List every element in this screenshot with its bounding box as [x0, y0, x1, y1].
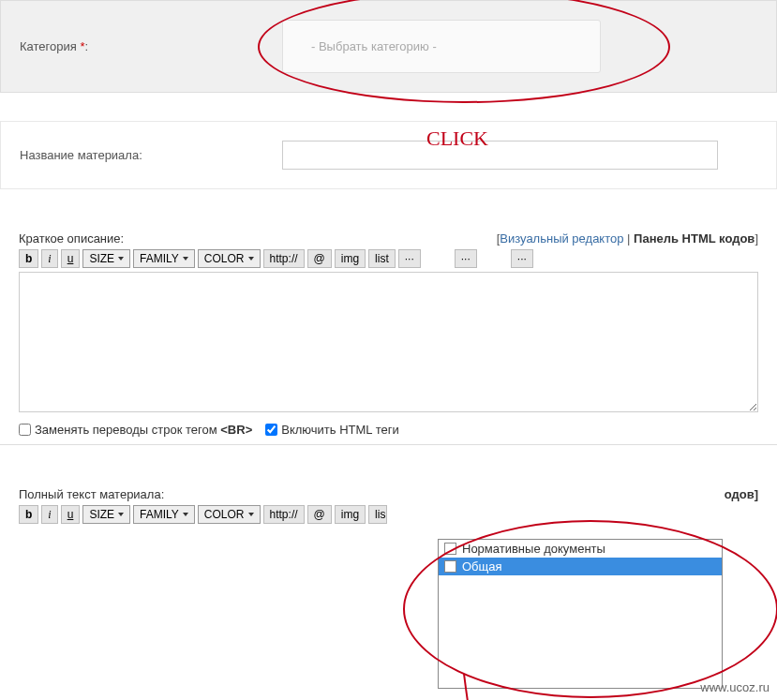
popup-item[interactable]: Нормативные документы [439, 540, 722, 558]
short-desc-textarea[interactable] [19, 272, 758, 412]
checkbox-icon [444, 560, 456, 573]
more-button-3[interactable]: ··· [511, 249, 533, 268]
br-replace-label: Заменять переводы строк тегом <BR> [35, 423, 252, 437]
html-tags-checkbox[interactable] [265, 424, 277, 436]
email-button[interactable]: @ [307, 249, 332, 268]
category-popup: Нормативные документы Общая [438, 539, 723, 689]
category-placeholder: - Выбрать категорию - [311, 39, 437, 53]
full-text-header: Полный текст материала: одов] [0, 487, 777, 501]
category-select[interactable]: - Выбрать категорию - [282, 20, 601, 73]
visual-editor-link[interactable]: Визуальный редактор [500, 231, 623, 246]
bold-button[interactable]: b [19, 505, 38, 524]
link-button[interactable]: http:// [263, 505, 305, 524]
spacer [0, 93, 777, 121]
material-name-label: Название материала: [20, 148, 282, 162]
checkbox-icon [444, 543, 456, 555]
html-tags-label: Включить HTML теги [281, 423, 399, 437]
more-button[interactable]: ··· [398, 249, 421, 268]
list-button[interactable]: list [368, 249, 396, 268]
chevron-down-icon [118, 257, 124, 261]
editor-mode-switch: [Визуальный редактор | Панель HTML кодов… [497, 231, 758, 246]
watermark: www.ucoz.ru [700, 680, 770, 694]
email-button[interactable]: @ [307, 505, 332, 524]
short-desc-label: Краткое описание: [19, 231, 124, 246]
material-name-row: Название материала: [0, 121, 777, 189]
bold-button[interactable]: b [19, 249, 38, 268]
more-button-2[interactable]: ··· [455, 249, 477, 268]
material-name-input[interactable] [282, 141, 718, 170]
italic-button[interactable]: i [41, 249, 57, 268]
br-replace-checkbox[interactable] [19, 424, 31, 436]
chevron-down-icon [183, 513, 188, 516]
spacer [0, 189, 777, 217]
chevron-down-icon [183, 257, 188, 261]
checkbox-row: Заменять переводы строк тегом <BR> Включ… [0, 415, 777, 444]
popup-item-label: Нормативные документы [462, 542, 605, 556]
italic-button[interactable]: i [41, 505, 57, 524]
full-text-toolbar: b i u SIZE FAMILY COLOR http:// @ img li… [0, 505, 777, 524]
underline-button[interactable]: u [61, 249, 81, 268]
html-panel-label: Панель HTML кодов [634, 231, 755, 246]
family-dropdown[interactable]: FAMILY [133, 249, 195, 268]
img-button[interactable]: img [335, 505, 366, 524]
size-dropdown[interactable]: SIZE [82, 249, 130, 268]
category-label: Категория *: [20, 39, 282, 53]
size-dropdown[interactable]: SIZE [82, 505, 130, 524]
spacer [0, 445, 777, 473]
popup-body [439, 575, 722, 688]
short-desc-toolbar: b i u SIZE FAMILY COLOR http:// @ img li… [0, 249, 777, 268]
img-button[interactable]: img [335, 249, 366, 268]
chevron-down-icon [248, 257, 254, 261]
underline-button[interactable]: u [61, 505, 81, 524]
popup-item-selected[interactable]: Общая [439, 558, 722, 575]
full-text-label: Полный текст материала: [19, 487, 164, 501]
editor-mode-switch-2: одов] [725, 487, 758, 501]
popup-item-label: Общая [462, 559, 502, 573]
required-marker: * [80, 39, 84, 53]
short-desc-header: Краткое описание: [Визуальный редактор |… [0, 231, 777, 246]
chevron-down-icon [118, 513, 124, 516]
category-row: Категория *: - Выбрать категорию - [0, 0, 777, 93]
chevron-down-icon [248, 513, 254, 516]
color-dropdown[interactable]: COLOR [198, 505, 261, 524]
family-dropdown[interactable]: FAMILY [133, 505, 195, 524]
list-button[interactable]: lis [368, 505, 387, 524]
link-button[interactable]: http:// [263, 249, 305, 268]
color-dropdown[interactable]: COLOR [198, 249, 261, 268]
